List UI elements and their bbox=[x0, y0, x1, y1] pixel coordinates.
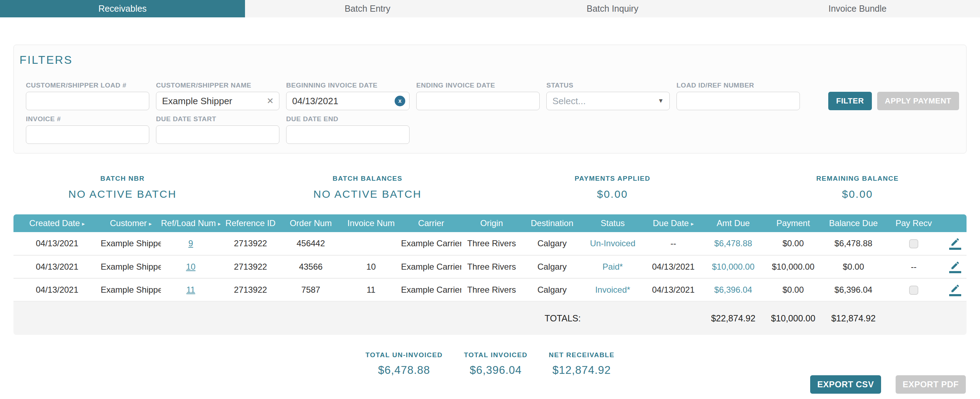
cell-status: Invoiced* bbox=[582, 278, 643, 301]
tab-receivables[interactable]: Receivables bbox=[0, 0, 245, 17]
cell-payment: $0.00 bbox=[763, 278, 823, 301]
tab-batch-inquiry[interactable]: Batch Inquiry bbox=[490, 0, 735, 17]
total-invoiced-label: TOTAL INVOICED bbox=[464, 351, 527, 359]
ref-load-num-link[interactable]: 10 bbox=[186, 262, 196, 272]
clear-x-icon[interactable]: ✕ bbox=[267, 97, 274, 105]
batch-summary: BATCH NBR NO ACTIVE BATCH BATCH BALANCES… bbox=[0, 175, 980, 200]
payments-applied-label: PAYMENTS APPLIED bbox=[490, 175, 735, 183]
cell-invoice-num bbox=[341, 232, 401, 255]
cell-balance-due: $6,396.04 bbox=[823, 278, 884, 301]
col-created-date[interactable]: Created Date▸ bbox=[13, 215, 101, 232]
sort-arrow-icon[interactable]: ▸ bbox=[149, 221, 152, 227]
filter-button-group: FILTER APPLY PAYMENT bbox=[828, 92, 959, 110]
edit-pencil-icon[interactable] bbox=[949, 261, 961, 273]
field-beginning-invoice-date: BEGINNING INVOICE DATE x bbox=[286, 81, 409, 110]
pay-recv-checkbox[interactable] bbox=[909, 239, 918, 248]
cell-origin: Three Rivers bbox=[461, 232, 522, 255]
cell-edit bbox=[944, 255, 967, 278]
cell-created-date: 04/13/2021 bbox=[13, 232, 101, 255]
edit-pencil-icon[interactable] bbox=[949, 283, 961, 296]
receivables-table: Created Date▸ Customer▸ Ref/Load Num▸ Re… bbox=[13, 215, 967, 335]
status-select-placeholder: Select... bbox=[552, 96, 586, 107]
cell-reference-id: 2713922 bbox=[221, 278, 280, 301]
col-edit bbox=[944, 215, 967, 232]
total-un-invoiced: TOTAL UN-INVOICED $6,478.88 bbox=[366, 351, 443, 377]
col-order-num: Order Num bbox=[280, 215, 341, 232]
field-ending-invoice-date: ENDING INVOICE DATE bbox=[416, 81, 539, 110]
table-row: 04/13/2021 Example Shipper 9 2713922 456… bbox=[13, 232, 967, 255]
col-invoice-num: Invoice Num bbox=[341, 215, 401, 232]
ref-load-num-link[interactable]: 9 bbox=[188, 238, 193, 248]
customer-shipper-name-label: CUSTOMER/SHIPPER NAME bbox=[156, 81, 279, 89]
col-carrier: Carrier bbox=[401, 215, 461, 232]
customer-shipper-name-input[interactable] bbox=[156, 92, 279, 110]
customer-shipper-load-input[interactable] bbox=[26, 92, 149, 110]
export-pdf-button[interactable]: EXPORT PDF bbox=[896, 375, 966, 394]
total-invoiced: TOTAL INVOICED $6,396.04 bbox=[464, 351, 527, 377]
cell-customer: Example Shipper bbox=[101, 278, 161, 301]
cell-created-date: 04/13/2021 bbox=[13, 278, 101, 301]
col-reference-id: Reference ID bbox=[221, 215, 280, 232]
cell-status: Un-Invoiced bbox=[582, 232, 643, 255]
cell-invoice-num: 10 bbox=[341, 255, 401, 278]
batch-balances-value: NO ACTIVE BATCH bbox=[245, 188, 490, 200]
cell-amt-due: $6,396.04 bbox=[703, 278, 763, 301]
cell-order-num: 456442 bbox=[280, 232, 341, 255]
load-id-ref-number-input[interactable] bbox=[676, 92, 800, 110]
beginning-invoice-date-input[interactable] bbox=[286, 92, 409, 110]
status-link[interactable]: Un-Invoiced bbox=[590, 238, 635, 248]
col-status: Status bbox=[582, 215, 643, 232]
cell-carrier: Example Carrier bbox=[401, 255, 461, 278]
cell-due-date: 04/13/2021 bbox=[643, 255, 703, 278]
status-link[interactable]: Paid* bbox=[602, 262, 623, 272]
cell-destination: Calgary bbox=[522, 255, 582, 278]
filters-row-1: CUSTOMER/SHIPPER LOAD # CUSTOMER/SHIPPER… bbox=[19, 81, 959, 110]
batch-nbr-label: BATCH NBR bbox=[0, 175, 245, 183]
cell-payment: $10,000.00 bbox=[763, 255, 823, 278]
col-customer[interactable]: Customer▸ bbox=[101, 215, 161, 232]
table-header-row: Created Date▸ Customer▸ Ref/Load Num▸ Re… bbox=[13, 215, 967, 232]
cell-amt-due: $10,000.00 bbox=[703, 255, 763, 278]
cell-due-date: 04/13/2021 bbox=[643, 278, 703, 301]
tab-invoice-bundle[interactable]: Invoice Bundle bbox=[735, 0, 980, 17]
col-due-date[interactable]: Due Date▸ bbox=[643, 215, 703, 232]
col-destination: Destination bbox=[522, 215, 582, 232]
due-date-start-input[interactable] bbox=[156, 126, 279, 144]
edit-pencil-icon[interactable] bbox=[949, 237, 961, 250]
sort-arrow-icon[interactable]: ▸ bbox=[82, 221, 85, 227]
cell-destination: Calgary bbox=[522, 278, 582, 301]
cell-balance-due: $6,478.88 bbox=[823, 232, 884, 255]
clear-circle-icon[interactable]: x bbox=[395, 96, 405, 106]
status-link[interactable]: Invoiced* bbox=[595, 285, 630, 294]
field-status: STATUS Select... ▼ bbox=[546, 81, 670, 110]
filter-button[interactable]: FILTER bbox=[828, 92, 872, 110]
cell-order-num: 7587 bbox=[280, 278, 341, 301]
ref-load-num-link[interactable]: 11 bbox=[186, 285, 196, 294]
tab-batch-entry[interactable]: Batch Entry bbox=[245, 0, 490, 17]
cell-edit bbox=[944, 232, 967, 255]
totals-status-spacer bbox=[582, 301, 643, 335]
totals-amt-due: $22,874.92 bbox=[703, 301, 763, 335]
ending-invoice-date-input[interactable] bbox=[416, 92, 539, 110]
net-receivable-value: $12,874.92 bbox=[549, 364, 614, 377]
totals-pay-recv-spacer bbox=[884, 301, 944, 335]
invoice-number-input[interactable] bbox=[26, 126, 149, 144]
sort-arrow-icon[interactable]: ▸ bbox=[218, 221, 221, 227]
table-row: 04/13/2021 Example Shipper 11 2713922 75… bbox=[13, 278, 967, 301]
net-receivable-label: NET RECEIVABLE bbox=[549, 351, 614, 359]
status-select[interactable]: Select... ▼ bbox=[546, 92, 670, 110]
tab-bar: Receivables Batch Entry Batch Inquiry In… bbox=[0, 0, 980, 17]
export-csv-button[interactable]: EXPORT CSV bbox=[810, 375, 881, 394]
pay-recv-checkbox[interactable] bbox=[909, 286, 918, 295]
sort-arrow-icon[interactable]: ▸ bbox=[691, 221, 694, 227]
col-ref-load-num[interactable]: Ref/Load Num▸ bbox=[161, 215, 221, 232]
due-date-end-input[interactable] bbox=[286, 126, 409, 144]
apply-payment-button[interactable]: APPLY PAYMENT bbox=[877, 92, 959, 110]
cell-order-num: 43566 bbox=[280, 255, 341, 278]
cell-invoice-num: 11 bbox=[341, 278, 401, 301]
filters-row-2: INVOICE # DUE DATE START DUE DATE END bbox=[19, 115, 959, 144]
due-date-end-label: DUE DATE END bbox=[286, 115, 409, 123]
cell-balance-due: $0.00 bbox=[823, 255, 884, 278]
cell-reference-id: 2713922 bbox=[221, 255, 280, 278]
totals-row: TOTALS: $22,874.92 $10,000.00 $12,874.92 bbox=[13, 301, 967, 335]
